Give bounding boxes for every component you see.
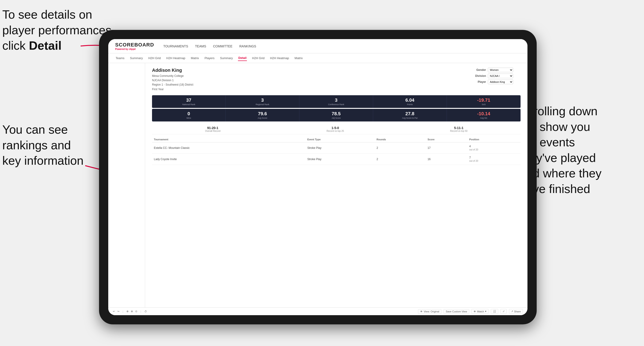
toolbar-icon-3[interactable]: ⊙ <box>135 310 137 313</box>
nav-rankings[interactable]: RANKINGS <box>239 44 256 48</box>
tablet-device: SCOREBOARD Powered by clippd TOURNAMENTS… <box>99 30 537 324</box>
save-custom-view-btn[interactable]: Save Custom View <box>444 309 469 314</box>
player-label: Player <box>474 80 486 84</box>
player-select[interactable]: Addison King <box>488 80 513 84</box>
tournament-score: 17 <box>426 142 467 154</box>
stat-avg-score: 79.6 Avg Score <box>226 109 300 122</box>
app-header: SCOREBOARD Powered by clippd TOURNAMENTS… <box>108 39 528 53</box>
main-nav: TOURNAMENTS TEAMS COMMITTEE RANKINGS <box>163 44 256 48</box>
toolbar-icon-1[interactable]: ⊕ <box>126 310 128 313</box>
tournament-score: 16 <box>426 154 467 165</box>
tournament-name: Lady Coyote Invite <box>152 154 306 165</box>
table-row: Estella CC- Mountain Classic Stroke Play… <box>152 142 520 154</box>
tab-h2h-heatmap[interactable]: H2H Heatmap <box>166 55 186 61</box>
tournament-name: Estella CC- Mountain Classic <box>152 142 306 154</box>
annotation-text-2: You can see <box>2 123 68 136</box>
tab-h2h-grid[interactable]: H2H Grid <box>148 55 161 61</box>
screen-btn[interactable]: ⬜ <box>491 309 498 314</box>
filter-gender: Gender Women <box>474 68 520 72</box>
player-name: Addison King <box>152 68 193 73</box>
tablet-screen: SCOREBOARD Powered by clippd TOURNAMENTS… <box>108 39 528 315</box>
tournament-table: Tournament Event Type Rounds Score Posit… <box>152 137 520 165</box>
table-row: Lady Coyote Invite Stroke Play 2 16 7out… <box>152 154 520 165</box>
stat-adj-score: 78.5 Adj Score <box>300 109 373 122</box>
watch-btn[interactable]: 👁 Watch ▾ <box>472 309 488 314</box>
bottom-toolbar: ↩ ↪ | ⊕ ⊗ ⊙ | ⏱ 👁 View: Original Save Cu… <box>108 307 528 315</box>
tab-matrix[interactable]: Matrix <box>190 55 199 61</box>
tab-detail[interactable]: Detail <box>238 55 247 61</box>
annotation-detail-bold: Detail <box>29 39 62 52</box>
record-top25: 1-5-0 Record vs top 25 <box>326 126 344 132</box>
share-btn[interactable]: ↗ Share <box>509 309 523 314</box>
tab-h2h-grid2[interactable]: H2H Grid <box>252 55 265 61</box>
record-overall: 91-20-1 Overall Record <box>205 126 220 132</box>
annotation-right: Scrolling down will show you the events … <box>520 104 640 197</box>
stats-row-2: 0 Wins 79.6 Avg Score 78.5 Adj Score 27.… <box>152 109 520 122</box>
player-header: Addison King Mesa Community College NJCA… <box>152 68 520 92</box>
division-select[interactable]: NJCAA I <box>488 74 513 78</box>
player-school: Mesa Community College <box>152 74 184 78</box>
filter-player: Player Addison King <box>474 80 520 84</box>
nav-tournaments[interactable]: TOURNAMENTS <box>163 44 188 48</box>
main-content: Addison King Mesa Community College NJCA… <box>108 63 528 307</box>
col-position: Position <box>467 137 520 142</box>
record-top50: 5-11-1 Record vs top 50 <box>450 126 468 132</box>
stat-wins: 0 Wins <box>152 109 226 122</box>
gender-select[interactable]: Women <box>488 68 513 72</box>
tab-summary2[interactable]: Summary <box>220 55 233 61</box>
view-icon: 👁 <box>420 310 423 313</box>
tab-teams[interactable]: Teams <box>115 55 125 61</box>
division-label: Division <box>474 74 486 78</box>
toolbar-clock: ⏱ <box>144 310 147 313</box>
stat-avg-sg: -10.14 Avg SG <box>447 109 520 122</box>
col-event-type: Event Type <box>306 137 375 142</box>
sub-nav: Teams Summary H2H Grid H2H Heatmap Matri… <box>108 53 528 63</box>
gender-label: Gender <box>474 68 486 72</box>
view-original-btn[interactable]: 👁 View: Original <box>418 309 441 314</box>
tab-players[interactable]: Players <box>204 55 215 61</box>
stat-national-rank: 37 National Rank <box>152 95 226 108</box>
tab-matrix2[interactable]: Matrix <box>294 55 303 61</box>
stats-row-1: 37 National Rank 3 Regional Rank 3 Confe… <box>152 95 520 108</box>
tournament-event-type: Stroke Play <box>306 142 375 154</box>
stat-sos: -19.71 SoS <box>447 95 520 108</box>
player-info: Addison King Mesa Community College NJCA… <box>152 68 193 92</box>
toolbar-undo[interactable]: ↩ <box>113 310 115 313</box>
records-row: 91-20-1 Overall Record 1-5-0 Record vs t… <box>152 124 520 134</box>
tournament-event-type: Stroke Play <box>306 154 375 165</box>
tournament-rounds: 2 <box>375 142 426 154</box>
annotation-text-4: key information <box>2 154 84 167</box>
player-year: First Year <box>152 88 164 91</box>
tournament-position: 4out of 20 <box>467 142 520 154</box>
toolbar-icon-2[interactable]: ⊗ <box>131 310 133 313</box>
stat-regional-rank: 3 Regional Rank <box>226 95 300 108</box>
nav-committee[interactable]: COMMITTEE <box>213 44 232 48</box>
logo-scoreboard: SCOREBOARD <box>115 42 154 48</box>
stat-avg-score-par: 27.8 Avg Score to Par <box>373 109 447 122</box>
tournament-position: 7out of 20 <box>467 154 520 165</box>
sidebar <box>108 63 145 307</box>
tab-summary[interactable]: Summary <box>130 55 143 61</box>
player-filters: Gender Women Division NJCAA I <box>474 68 520 84</box>
annotation-bottom-left: You can see rankings and key information <box>2 122 113 169</box>
annotation-text-3: rankings and <box>2 139 71 152</box>
toolbar-redo[interactable]: ↪ <box>117 310 119 313</box>
col-tournament: Tournament <box>152 137 306 142</box>
player-region: Region 1 - Southwest (18) District <box>152 83 193 86</box>
content-area: Addison King Mesa Community College NJCA… <box>145 63 528 307</box>
nav-teams[interactable]: TEAMS <box>195 44 206 48</box>
col-score: Score <box>426 137 467 142</box>
stat-conference-rank: 3 Conference Rank <box>300 95 373 108</box>
expand-btn[interactable]: ⤢ <box>500 309 507 314</box>
stat-points: 6.04 Points <box>373 95 447 108</box>
logo-area: SCOREBOARD Powered by clippd <box>115 42 154 50</box>
player-division: NJCAA Division 1 <box>152 79 174 82</box>
col-rounds: Rounds <box>375 137 426 142</box>
tournament-rounds: 2 <box>375 154 426 165</box>
logo-powered: Powered by clippd <box>115 48 154 50</box>
filter-division: Division NJCAA I <box>474 74 520 78</box>
tab-h2h-heatmap2[interactable]: H2H Heatmap <box>270 55 289 61</box>
